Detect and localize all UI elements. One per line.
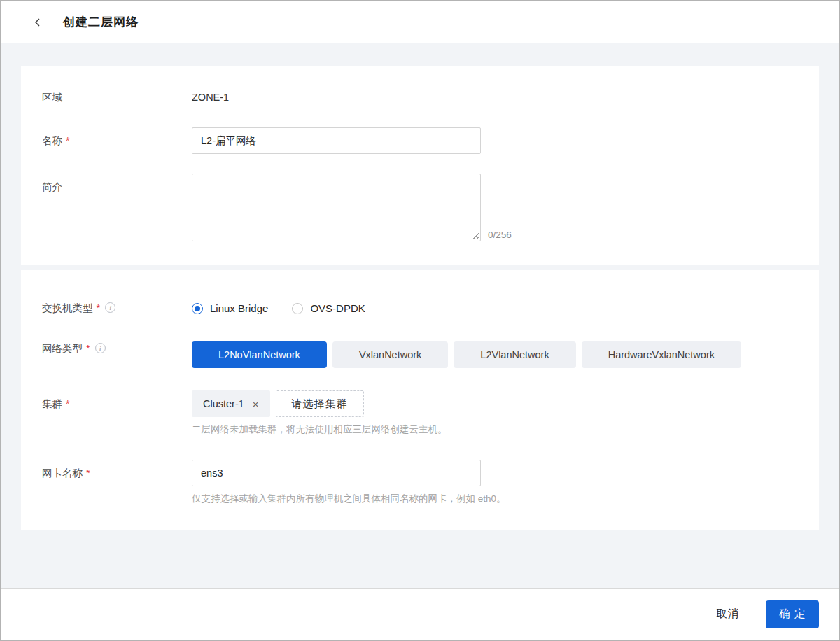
network-type-row: 网络类型 * i L2NoVlanNetwork VxlanNetwork L2… — [42, 341, 798, 368]
info-icon[interactable]: i — [95, 343, 106, 353]
network-type-l2novlan-button[interactable]: L2NoVlanNetwork — [192, 341, 327, 368]
nic-name-label: 网卡名称 — [42, 466, 83, 480]
footer-bar: 取消 确定 — [1, 588, 839, 640]
info-icon[interactable]: i — [105, 302, 115, 313]
required-mark: * — [86, 341, 90, 355]
header-bar: 创建二层网络 — [1, 1, 839, 43]
cluster-helper-text: 二层网络未加载集群，将无法使用相应三层网络创建云主机。 — [192, 423, 798, 436]
basic-info-card: 区域 ZONE-1 名称 * 简介 0 — [21, 66, 819, 265]
network-type-label: 网络类型 — [42, 341, 83, 355]
network-type-l2vlan-button[interactable]: L2VlanNetwork — [454, 341, 575, 368]
radio-linux-bridge[interactable]: Linux Bridge — [192, 302, 268, 314]
network-type-hardwarevxlan-button[interactable]: HardwareVxlanNetwork — [582, 341, 741, 368]
remove-cluster-icon[interactable]: × — [253, 399, 259, 409]
back-chevron-icon — [33, 17, 43, 27]
required-mark: * — [66, 134, 70, 148]
nic-name-row: 网卡名称 * 仅支持选择或输入集群内所有物理机之间具体相同名称的网卡，例如 et… — [42, 460, 798, 505]
confirm-button[interactable]: 确定 — [766, 600, 819, 628]
zone-label: 区域 — [42, 90, 62, 104]
create-l2-network-page: { "icons": { "info": "i", "close": "×" }… — [0, 0, 840, 641]
cluster-row: 集群 * Cluster-1 × 请选择集群 二层网络未加载集群，将无法使用相应… — [42, 390, 798, 436]
form-content: 区域 ZONE-1 名称 * 简介 0 — [1, 43, 839, 530]
char-counter: 0/256 — [488, 230, 512, 241]
required-mark: * — [97, 301, 101, 315]
description-textarea[interactable] — [192, 174, 481, 241]
nic-helper-text: 仅支持选择或输入集群内所有物理机之间具体相同名称的网卡，例如 eth0。 — [192, 493, 798, 505]
name-row: 名称 * — [42, 127, 798, 154]
name-label: 名称 — [42, 134, 62, 148]
radio-selected-icon — [192, 303, 203, 314]
required-mark: * — [86, 466, 90, 480]
cancel-button[interactable]: 取消 — [716, 607, 739, 621]
required-mark: * — [66, 397, 70, 411]
cluster-tag: Cluster-1 × — [192, 390, 270, 417]
switch-type-row: 交换机类型 * i Linux Bridge OVS-DPDK — [42, 301, 798, 315]
network-config-card: 交换机类型 * i Linux Bridge OVS-DPDK 网络类型 * i — [21, 270, 819, 530]
name-input[interactable] — [192, 127, 481, 154]
radio-ovs-dpdk[interactable]: OVS-DPDK — [292, 302, 365, 314]
select-cluster-button[interactable]: 请选择集群 — [276, 390, 364, 417]
page-title: 创建二层网络 — [63, 14, 139, 30]
description-row: 简介 0/256 — [42, 174, 798, 241]
zone-value: ZONE-1 — [192, 90, 798, 104]
cluster-tag-label: Cluster-1 — [203, 398, 244, 409]
back-button[interactable] — [29, 14, 46, 31]
switch-type-label: 交换机类型 — [42, 301, 93, 315]
cluster-label: 集群 — [42, 397, 62, 411]
nic-name-input[interactable] — [192, 460, 481, 486]
zone-row: 区域 ZONE-1 — [42, 90, 798, 104]
description-label: 简介 — [42, 180, 62, 194]
network-type-vxlan-button[interactable]: VxlanNetwork — [332, 341, 448, 368]
radio-unselected-icon — [292, 303, 303, 314]
